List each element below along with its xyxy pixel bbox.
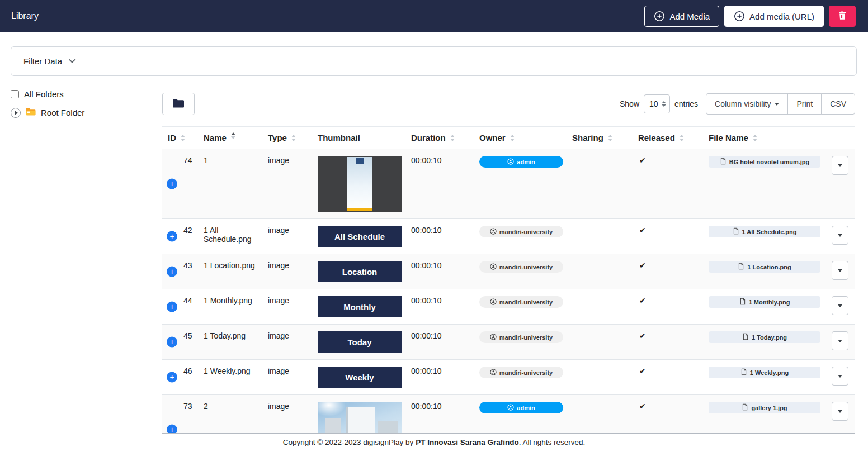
caret-down-icon xyxy=(838,410,842,413)
row-actions-dropdown[interactable] xyxy=(832,331,848,350)
media-type: image xyxy=(262,325,312,360)
user-icon xyxy=(507,404,514,412)
caret-down-icon xyxy=(838,304,842,307)
file-name-badge: gallery 1.jpg xyxy=(709,402,820,413)
media-type: image xyxy=(262,219,312,254)
csv-button[interactable]: CSV xyxy=(821,93,855,115)
entries-label: entries xyxy=(674,99,698,108)
top-bar: Library Add Media Add media (URL) xyxy=(0,0,868,32)
column-header-actions xyxy=(826,127,855,149)
media-table-container: ID Name Type Thumbnail Duration Owner Sh… xyxy=(162,126,855,434)
column-header-owner[interactable]: Owner xyxy=(474,127,567,149)
sort-icon xyxy=(181,135,185,141)
media-thumbnail: Location xyxy=(318,261,402,282)
table-row: 73 2 image 00:00:10 xyxy=(162,395,855,434)
media-thumbnail: All Schedule xyxy=(318,226,402,247)
column-header-released[interactable]: Released xyxy=(633,127,703,149)
media-name: 1 Weekly.png xyxy=(198,360,262,395)
page-size-select[interactable]: 10 xyxy=(644,94,670,113)
sort-icon xyxy=(608,135,612,141)
expand-row-button[interactable] xyxy=(167,267,177,277)
row-actions-dropdown[interactable] xyxy=(832,226,848,245)
media-duration: 00:00:10 xyxy=(405,254,474,289)
media-id: 46 xyxy=(183,367,192,375)
released-check-icon: ✔ xyxy=(638,261,646,270)
row-actions-dropdown[interactable] xyxy=(832,367,848,386)
row-actions-dropdown[interactable] xyxy=(832,156,848,175)
page-size-value: 10 xyxy=(649,99,658,108)
column-visibility-button[interactable]: Column visibility xyxy=(706,93,788,115)
media-id: 74 xyxy=(183,156,192,165)
file-name-badge: 1 Today.png xyxy=(709,331,820,343)
row-actions-dropdown[interactable] xyxy=(832,402,848,421)
media-thumbnail: Monthly xyxy=(318,296,402,317)
expand-row-button[interactable] xyxy=(167,302,177,312)
media-sharing xyxy=(567,219,633,254)
expand-row-button[interactable] xyxy=(167,337,177,348)
media-sharing xyxy=(567,254,633,289)
caret-down-icon xyxy=(838,269,842,272)
released-check-icon: ✔ xyxy=(638,402,646,411)
expand-node-icon[interactable] xyxy=(11,108,21,118)
user-icon xyxy=(490,228,497,236)
row-actions-dropdown[interactable] xyxy=(832,296,848,315)
owner-badge: admin xyxy=(479,156,563,168)
column-header-sharing[interactable]: Sharing xyxy=(567,127,633,149)
delete-button[interactable] xyxy=(829,6,856,27)
file-name-badge: 1 All Schedule.png xyxy=(709,226,820,237)
media-name: 1 Monthly.png xyxy=(198,289,262,325)
column-header-duration[interactable]: Duration xyxy=(405,127,474,149)
table-row: 43 1 Location.png image Location 00:00:1… xyxy=(162,254,855,289)
media-table: ID Name Type Thumbnail Duration Owner Sh… xyxy=(162,126,855,434)
media-id: 43 xyxy=(183,261,192,270)
released-check-icon: ✔ xyxy=(638,296,646,305)
all-folders-checkbox[interactable] xyxy=(11,90,19,98)
column-header-name[interactable]: Name xyxy=(198,127,262,149)
file-icon xyxy=(742,403,748,412)
caret-down-icon xyxy=(838,340,842,342)
print-button[interactable]: Print xyxy=(787,93,822,115)
user-icon xyxy=(490,369,497,377)
add-media-button[interactable]: Add Media xyxy=(644,6,719,27)
file-name-badge: 1 Weekly.png xyxy=(709,367,820,378)
copyright-prefix: Copyright © 2022-2023 digisignPlay by xyxy=(283,438,416,446)
media-type: image xyxy=(262,149,312,219)
table-toolbar: Show 10 entries Column visibility Print xyxy=(162,93,855,115)
folder-view-button[interactable] xyxy=(162,93,195,115)
media-id: 44 xyxy=(183,296,192,305)
column-header-type[interactable]: Type xyxy=(262,127,312,149)
caret-down-icon xyxy=(838,164,842,167)
user-icon xyxy=(490,298,497,306)
media-duration: 00:00:10 xyxy=(405,149,474,219)
media-id: 42 xyxy=(183,226,192,235)
add-media-label: Add Media xyxy=(669,12,710,21)
add-media-url-button[interactable]: Add media (URL) xyxy=(724,6,824,27)
table-row: 44 1 Monthly.png image Monthly 00:00:10 … xyxy=(162,289,855,325)
show-label: Show xyxy=(620,99,639,108)
plus-circle-icon xyxy=(654,11,665,22)
media-thumbnail: Weekly xyxy=(318,367,402,388)
media-duration: 00:00:10 xyxy=(405,395,474,434)
media-sharing xyxy=(567,360,633,395)
column-header-file-name[interactable]: File Name xyxy=(703,127,826,149)
root-folder-label: Root Folder xyxy=(41,108,84,117)
filter-data-toggle[interactable]: Filter Data xyxy=(11,46,857,76)
row-actions-dropdown[interactable] xyxy=(832,261,848,280)
file-name-badge: 1 Monthly.png xyxy=(709,296,820,308)
tree-item-root-folder[interactable]: Root Folder xyxy=(11,106,150,119)
file-icon xyxy=(742,333,748,341)
media-name: 1 Location.png xyxy=(198,254,262,289)
table-row: 74 1 image 00:00:10 xyxy=(162,149,855,219)
expand-row-button[interactable] xyxy=(167,425,177,434)
expand-row-button[interactable] xyxy=(167,179,177,189)
print-label: Print xyxy=(796,99,813,108)
expand-row-button[interactable] xyxy=(167,231,177,242)
column-header-thumbnail[interactable]: Thumbnail xyxy=(312,127,405,149)
folder-dark-icon xyxy=(172,97,185,112)
folder-sidebar: All Folders Root Folder xyxy=(11,76,150,434)
sort-icon xyxy=(231,132,235,139)
table-row: 42 1 All Schedule.png image All Schedule… xyxy=(162,219,855,254)
column-header-id[interactable]: ID xyxy=(162,127,198,149)
expand-row-button[interactable] xyxy=(167,372,177,383)
media-sharing xyxy=(567,149,633,219)
